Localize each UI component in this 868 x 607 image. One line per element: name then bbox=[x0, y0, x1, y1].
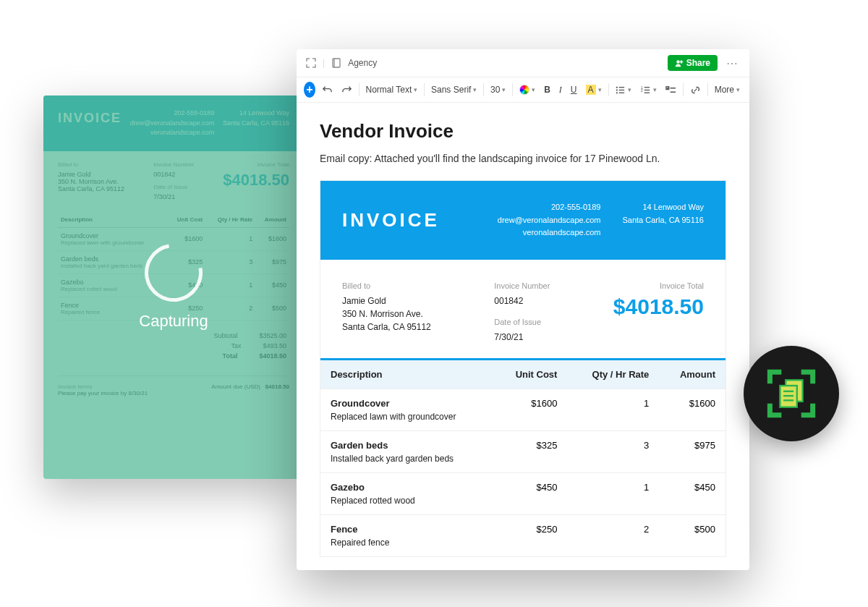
more-menu-icon[interactable]: ⋯ bbox=[723, 56, 741, 70]
share-button[interactable]: Share bbox=[668, 55, 718, 71]
redo-button[interactable] bbox=[339, 83, 354, 97]
invoice-line-items-table: Description Unit Cost Qty / Hr Rate Amou… bbox=[320, 358, 726, 556]
table-row-sub: Replaced rotted wood bbox=[320, 496, 726, 515]
font-size-select[interactable]: 30▾ bbox=[488, 83, 508, 96]
bullet-list-button[interactable]: ▾ bbox=[613, 83, 634, 97]
editor-toolbar: + Normal Text▾ Sans Serif▾ 30▾ ▾ B I U A… bbox=[297, 77, 749, 103]
invoice-date: 7/30/21 bbox=[494, 331, 550, 344]
highlight-button[interactable]: A▾ bbox=[584, 83, 604, 96]
svg-rect-12 bbox=[644, 89, 650, 90]
highlight-icon: A bbox=[586, 85, 596, 95]
svg-point-4 bbox=[616, 89, 618, 90]
note-editor-panel: | Agency Share ⋯ + Normal Text▾ Sans Ser… bbox=[297, 49, 749, 570]
link-button[interactable] bbox=[688, 83, 703, 97]
inv-col-desc: Description bbox=[320, 359, 493, 389]
invoice-date-label: Date of Issue bbox=[494, 318, 550, 326]
capturing-overlay: Capturing bbox=[43, 95, 304, 479]
invoice-number: 001842 bbox=[494, 294, 550, 307]
insert-button[interactable]: + bbox=[304, 82, 315, 98]
paragraph-style-select[interactable]: Normal Text▾ bbox=[364, 83, 420, 96]
toolbar-more-button[interactable]: More▾ bbox=[712, 83, 742, 96]
invoice-addr1: 14 Lenwood Way bbox=[622, 201, 704, 214]
notebook-name[interactable]: Agency bbox=[348, 58, 377, 68]
document-body[interactable]: Vendor Invoice Email copy: Attached you'… bbox=[297, 103, 749, 570]
table-row-sub: Installed back yard garden beds bbox=[320, 454, 726, 473]
checklist-button[interactable] bbox=[663, 83, 678, 97]
invoice-meta: Billed to Jamie Gold 350 N. Morrison Ave… bbox=[320, 260, 726, 358]
invoice-addr2: Santa Carla, CA 95116 bbox=[622, 214, 704, 227]
invoice-email: drew@veronalandscape.com bbox=[498, 214, 601, 227]
invoice-contact: 202-555-0189 drew@veronalandscape.com ve… bbox=[498, 201, 601, 239]
color-wheel-icon bbox=[519, 85, 529, 95]
invoice-bill-addr1: 350 N. Morrison Ave. bbox=[342, 307, 431, 321]
table-row: Groundcover$16001$1600 bbox=[320, 389, 726, 412]
embedded-invoice: INVOICE 202-555-0189 drew@veronalandscap… bbox=[320, 180, 726, 557]
invoice-number-label: Invoice Number bbox=[494, 281, 550, 290]
note-title[interactable]: Vendor Invoice bbox=[320, 120, 726, 143]
invoice-bill-addr2: Santa Carla, CA 95112 bbox=[342, 321, 431, 334]
invoice-site: veronalandscape.com bbox=[498, 226, 601, 239]
spinner-icon bbox=[133, 232, 213, 313]
inv-col-qty: Qty / Hr Rate bbox=[567, 359, 659, 389]
document-scan-icon bbox=[763, 365, 820, 422]
invoice-bill-name: Jamie Gold bbox=[342, 294, 431, 307]
table-row: Garden beds$3253$975 bbox=[320, 430, 726, 454]
notebook-icon[interactable] bbox=[331, 57, 342, 69]
invoice-total: $4018.50 bbox=[613, 294, 704, 319]
capturing-label: Capturing bbox=[139, 312, 208, 331]
invoice-phone: 202-555-0189 bbox=[498, 201, 601, 214]
svg-rect-11 bbox=[644, 87, 650, 88]
svg-rect-13 bbox=[644, 92, 650, 93]
invoice-total-label: Invoice Total bbox=[613, 281, 704, 290]
italic-button[interactable]: I bbox=[557, 83, 564, 97]
table-row-sub: Repaired fence bbox=[320, 538, 726, 556]
table-row: Fence$2502$500 bbox=[320, 514, 726, 538]
share-button-label: Share bbox=[686, 58, 710, 68]
svg-rect-6 bbox=[619, 87, 625, 88]
svg-point-5 bbox=[616, 92, 618, 93]
svg-rect-7 bbox=[619, 89, 625, 90]
inv-col-amt: Amount bbox=[659, 359, 726, 389]
table-row: Gazebo$4501$450 bbox=[320, 472, 726, 496]
capture-badge bbox=[744, 346, 839, 441]
invoice-billedto-label: Billed to bbox=[342, 281, 431, 290]
inv-col-unit: Unit Cost bbox=[493, 359, 567, 389]
numbered-list-button[interactable]: 12▾ bbox=[638, 83, 659, 97]
font-family-select[interactable]: Sans Serif▾ bbox=[429, 83, 479, 96]
note-paragraph[interactable]: Email copy: Attached you'll find the lan… bbox=[320, 153, 726, 164]
editor-topbar: | Agency Share ⋯ bbox=[297, 49, 749, 77]
svg-text:2: 2 bbox=[641, 89, 643, 93]
bold-button[interactable]: B bbox=[542, 83, 553, 96]
svg-point-3 bbox=[616, 86, 618, 88]
underline-button[interactable]: U bbox=[569, 83, 579, 96]
invoice-address: 14 Lenwood Way Santa Carla, CA 95116 bbox=[622, 201, 704, 239]
expand-icon[interactable] bbox=[305, 57, 317, 69]
capturing-invoice-panel: INVOICE 202-555-0189 drew@veronalandscap… bbox=[43, 95, 304, 479]
table-row-sub: Replaced lawn with groundcover bbox=[320, 412, 726, 431]
svg-point-2 bbox=[676, 60, 680, 64]
svg-rect-8 bbox=[619, 92, 625, 93]
text-color-button[interactable]: ▾ bbox=[517, 83, 537, 96]
invoice-logo: INVOICE bbox=[342, 209, 440, 232]
undo-button[interactable] bbox=[320, 83, 335, 97]
invoice-header: INVOICE 202-555-0189 drew@veronalandscap… bbox=[320, 181, 726, 260]
